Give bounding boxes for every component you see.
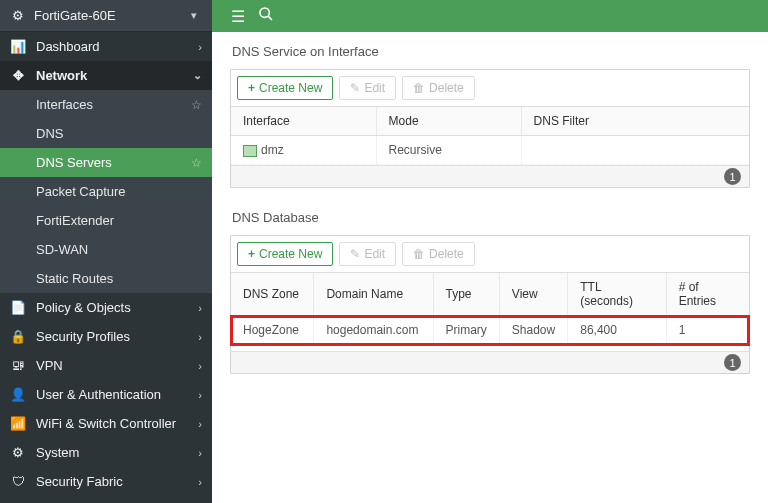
device-icon: ⚙: [10, 8, 26, 23]
sub-label: SD-WAN: [36, 242, 202, 257]
chevron-icon: ›: [198, 389, 202, 401]
section-label: Security Fabric: [36, 474, 198, 489]
section-icon: 🛡: [10, 474, 26, 489]
nav-section[interactable]: ⚙System›: [0, 438, 212, 467]
col-interface[interactable]: Interface: [231, 107, 376, 136]
nav-sub-item[interactable]: DNS: [0, 119, 212, 148]
plus-icon: +: [248, 247, 255, 261]
search-button[interactable]: [252, 2, 280, 30]
cell-interface: dmz: [231, 136, 376, 165]
col-dns-filter[interactable]: DNS Filter: [521, 107, 749, 136]
nav-sub-item[interactable]: Static Routes: [0, 264, 212, 293]
trash-icon: 🗑: [413, 247, 425, 261]
section-label: User & Authentication: [36, 387, 198, 402]
dns-service-table: Interface Mode DNS Filter dmzRecursive: [231, 107, 749, 165]
cell-dns-filter: [521, 136, 749, 165]
sub-label: Interfaces: [36, 97, 191, 112]
nav-section[interactable]: 📄Policy & Objects›: [0, 293, 212, 322]
star-icon: ☆: [191, 98, 202, 112]
section-icon: 🔒: [10, 329, 26, 344]
star-icon: ☆: [191, 156, 202, 170]
nav-section[interactable]: 📶WiFi & Switch Controller›: [0, 409, 212, 438]
dns-database-toolbar: +Create New ✎Edit 🗑Delete: [231, 236, 749, 273]
col-entries[interactable]: # of Entries: [666, 273, 749, 316]
svg-line-1: [268, 16, 272, 20]
nav-section[interactable]: 📊Dashboard›: [0, 32, 212, 61]
cell-view: Shadow: [499, 316, 567, 345]
sub-label: DNS Servers: [36, 155, 191, 170]
nav-sub-item[interactable]: Packet Capture: [0, 177, 212, 206]
section-label: WiFi & Switch Controller: [36, 416, 198, 431]
section-icon: 📄: [10, 300, 26, 315]
nav-section[interactable]: ✥Network⌄: [0, 61, 212, 90]
device-name: FortiGate-60E: [34, 8, 186, 23]
sub-label: DNS: [36, 126, 202, 141]
dns-service-panel: DNS Service on Interface +Create New ✎Ed…: [230, 44, 750, 188]
chevron-icon: ›: [198, 331, 202, 343]
search-icon: [258, 6, 274, 26]
trash-icon: 🗑: [413, 81, 425, 95]
chevron-icon: ›: [198, 360, 202, 372]
chevron-down-icon: ▾: [186, 9, 202, 22]
col-ttl[interactable]: TTL (seconds): [568, 273, 666, 316]
topbar: ☰: [212, 0, 768, 32]
row-count-badge: 1: [724, 168, 741, 185]
section-icon: ⚙: [10, 445, 26, 460]
create-new-button[interactable]: +Create New: [237, 76, 333, 100]
col-type[interactable]: Type: [433, 273, 499, 316]
chevron-icon: ›: [198, 476, 202, 488]
nav-section[interactable]: 🖳VPN›: [0, 351, 212, 380]
dns-service-footer: 1: [231, 165, 749, 187]
dns-database-panel: DNS Database +Create New ✎Edit 🗑Delete D…: [230, 210, 750, 374]
dns-service-toolbar: +Create New ✎Edit 🗑Delete: [231, 70, 749, 107]
chevron-icon: ›: [198, 41, 202, 53]
sidebar: ⚙ FortiGate-60E ▾ 📊Dashboard›✥Network⌄In…: [0, 0, 212, 503]
create-new-button[interactable]: +Create New: [237, 242, 333, 266]
sub-label: Static Routes: [36, 271, 202, 286]
panel-title: DNS Database: [232, 210, 750, 225]
section-icon: 🖳: [10, 358, 26, 373]
toggle-sidebar-button[interactable]: ☰: [224, 2, 252, 30]
nav-sub-item[interactable]: SD-WAN: [0, 235, 212, 264]
nav-sub-item[interactable]: FortiExtender: [0, 206, 212, 235]
chevron-icon: ›: [198, 418, 202, 430]
nav-sub-item[interactable]: DNS Servers☆: [0, 148, 212, 177]
chevron-icon: ›: [198, 302, 202, 314]
row-count-badge: 1: [724, 354, 741, 371]
dns-database-table: DNS Zone Domain Name Type View TTL (seco…: [231, 273, 749, 345]
section-icon: 📊: [10, 39, 26, 54]
delete-button[interactable]: 🗑Delete: [402, 242, 475, 266]
cell-entries: 1: [666, 316, 749, 345]
table-row[interactable]: HogeZonehogedomain.comPrimaryShadow86,40…: [231, 316, 749, 345]
nav-section[interactable]: 📈Log & Report›: [0, 496, 212, 503]
device-selector[interactable]: ⚙ FortiGate-60E ▾: [0, 0, 212, 32]
edit-button[interactable]: ✎Edit: [339, 76, 396, 100]
main: ☰ DNS Service on Interface +Create New ✎…: [212, 0, 768, 503]
cell-type: Primary: [433, 316, 499, 345]
section-label: Policy & Objects: [36, 300, 198, 315]
section-label: VPN: [36, 358, 198, 373]
col-zone[interactable]: DNS Zone: [231, 273, 314, 316]
nav-section[interactable]: 👤User & Authentication›: [0, 380, 212, 409]
nav-section[interactable]: 🔒Security Profiles›: [0, 322, 212, 351]
section-icon: 📶: [10, 416, 26, 431]
svg-point-0: [260, 8, 269, 17]
col-view[interactable]: View: [499, 273, 567, 316]
nav-sub-item[interactable]: Interfaces☆: [0, 90, 212, 119]
section-icon: 👤: [10, 387, 26, 402]
pencil-icon: ✎: [350, 81, 360, 95]
sub-label: FortiExtender: [36, 213, 202, 228]
cell-zone: HogeZone: [231, 316, 314, 345]
section-icon: ✥: [10, 68, 26, 83]
delete-button[interactable]: 🗑Delete: [402, 76, 475, 100]
interface-icon: [243, 145, 257, 157]
chevron-icon: ›: [198, 447, 202, 459]
col-mode[interactable]: Mode: [376, 107, 521, 136]
col-domain[interactable]: Domain Name: [314, 273, 433, 316]
nav-section[interactable]: 🛡Security Fabric›: [0, 467, 212, 496]
nav: 📊Dashboard›✥Network⌄Interfaces☆DNSDNS Se…: [0, 32, 212, 503]
edit-button[interactable]: ✎Edit: [339, 242, 396, 266]
table-row[interactable]: dmzRecursive: [231, 136, 749, 165]
cell-ttl: 86,400: [568, 316, 666, 345]
plus-icon: +: [248, 81, 255, 95]
